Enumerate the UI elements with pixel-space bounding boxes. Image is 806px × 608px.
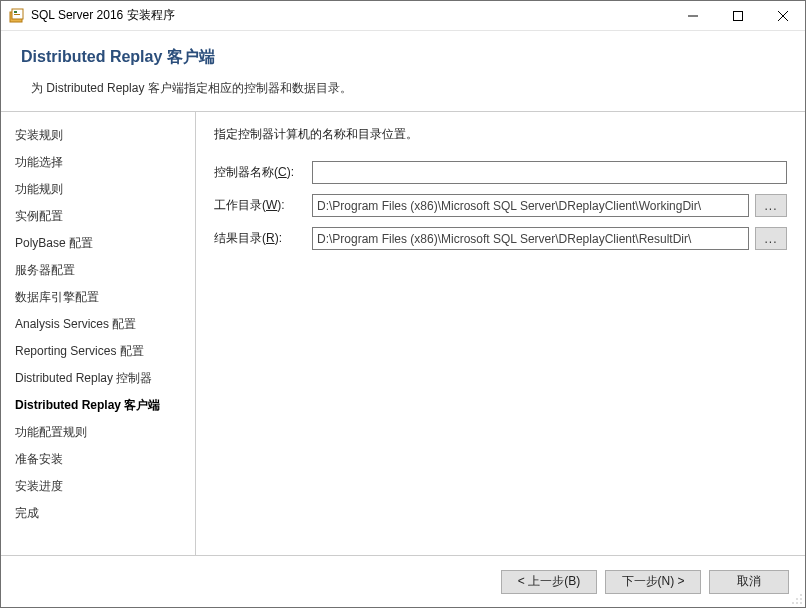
page-title: Distributed Replay 客户端 (21, 47, 785, 68)
svg-rect-2 (14, 11, 17, 13)
sidebar-step[interactable]: 安装规则 (11, 122, 195, 149)
maximize-button[interactable] (715, 1, 760, 30)
sidebar-step[interactable]: 实例配置 (11, 203, 195, 230)
svg-point-8 (800, 594, 802, 596)
back-button[interactable]: < 上一步(B) (501, 570, 597, 594)
sidebar-step[interactable]: Reporting Services 配置 (11, 338, 195, 365)
resize-grip-icon[interactable] (791, 593, 803, 605)
sidebar-step[interactable]: 准备安装 (11, 446, 195, 473)
sidebar-step[interactable]: 完成 (11, 500, 195, 527)
instruction-text: 指定控制器计算机的名称和目录位置。 (214, 126, 787, 143)
sidebar-step[interactable]: 安装进度 (11, 473, 195, 500)
sidebar-step[interactable]: Distributed Replay 客户端 (11, 392, 195, 419)
workdir-row: 工作目录(W): ... (214, 194, 787, 217)
window-controls (670, 1, 805, 30)
sidebar-step[interactable]: 功能配置规则 (11, 419, 195, 446)
steps-sidebar: 安装规则功能选择功能规则实例配置PolyBase 配置服务器配置数据库引擎配置A… (1, 112, 196, 555)
sidebar-step[interactable]: 功能规则 (11, 176, 195, 203)
workdir-browse-button[interactable]: ... (755, 194, 787, 217)
installer-window: SQL Server 2016 安装程序 Distributed Replay … (0, 0, 806, 608)
cancel-button[interactable]: 取消 (709, 570, 789, 594)
workdir-input[interactable] (312, 194, 749, 217)
svg-point-12 (796, 602, 798, 604)
sidebar-step[interactable]: PolyBase 配置 (11, 230, 195, 257)
next-button[interactable]: 下一步(N) > (605, 570, 701, 594)
minimize-button[interactable] (670, 1, 715, 30)
body: 安装规则功能选择功能规则实例配置PolyBase 配置服务器配置数据库引擎配置A… (1, 112, 805, 555)
resultdir-label: 结果目录(R): (214, 230, 306, 247)
controller-row: 控制器名称(C): (214, 161, 787, 184)
main-panel: 指定控制器计算机的名称和目录位置。 控制器名称(C): 工作目录(W): ...… (196, 112, 805, 555)
svg-point-9 (796, 598, 798, 600)
sidebar-step[interactable]: 服务器配置 (11, 257, 195, 284)
close-button[interactable] (760, 1, 805, 30)
svg-rect-5 (733, 11, 742, 20)
controller-label: 控制器名称(C): (214, 164, 306, 181)
app-icon (9, 8, 25, 24)
sidebar-step[interactable]: 功能选择 (11, 149, 195, 176)
sidebar-step[interactable]: Analysis Services 配置 (11, 311, 195, 338)
window-title: SQL Server 2016 安装程序 (31, 7, 670, 24)
sidebar-step[interactable]: 数据库引擎配置 (11, 284, 195, 311)
wizard-footer: < 上一步(B) 下一步(N) > 取消 (1, 555, 805, 607)
sidebar-step[interactable]: Distributed Replay 控制器 (11, 365, 195, 392)
svg-point-11 (792, 602, 794, 604)
controller-input[interactable] (312, 161, 787, 184)
resultdir-row: 结果目录(R): ... (214, 227, 787, 250)
page-header: Distributed Replay 客户端 为 Distributed Rep… (1, 31, 805, 112)
titlebar: SQL Server 2016 安装程序 (1, 1, 805, 31)
svg-point-10 (800, 598, 802, 600)
workdir-label: 工作目录(W): (214, 197, 306, 214)
svg-point-13 (800, 602, 802, 604)
resultdir-input[interactable] (312, 227, 749, 250)
resultdir-browse-button[interactable]: ... (755, 227, 787, 250)
svg-rect-3 (14, 14, 20, 15)
page-subtitle: 为 Distributed Replay 客户端指定相应的控制器和数据目录。 (31, 80, 785, 97)
